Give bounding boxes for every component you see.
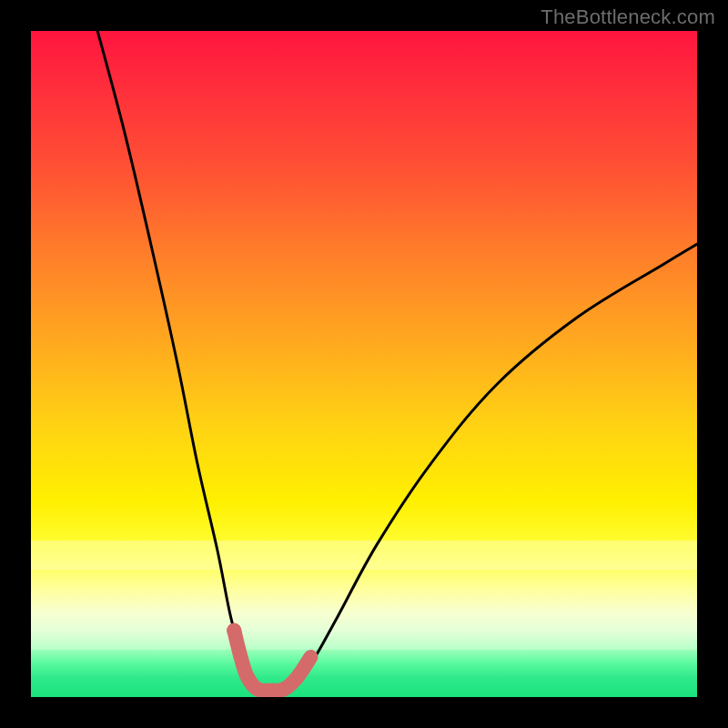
bottleneck-curve [97, 31, 697, 692]
curve-layer [31, 31, 697, 697]
watermark-label: TheBottleneck.com [541, 5, 715, 29]
chart-plot-area [31, 31, 697, 697]
chart-frame: TheBottleneck.com [0, 0, 728, 728]
optimal-marker-dot [227, 623, 241, 638]
optimal-marker-line [234, 631, 310, 691]
